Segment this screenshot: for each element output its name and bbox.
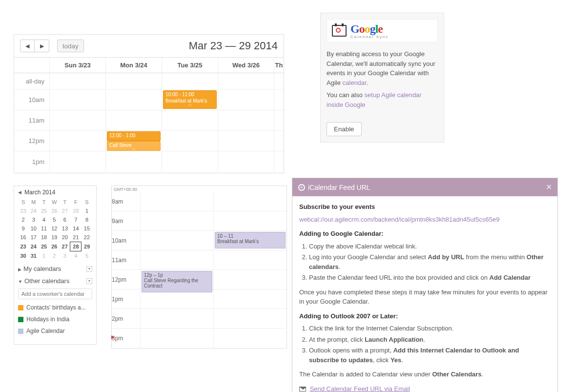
my-calendars-toggle[interactable]: ▶My calendars ▾: [18, 265, 92, 272]
week-cell[interactable]: [218, 73, 274, 89]
day[interactable]: 25: [39, 242, 49, 251]
day[interactable]: 28: [70, 206, 82, 215]
day[interactable]: 3: [28, 215, 39, 224]
week-cell[interactable]: [274, 73, 284, 89]
day[interactable]: 16: [18, 233, 28, 242]
day[interactable]: 1: [39, 251, 49, 261]
dropdown-icon[interactable]: ▾: [86, 266, 92, 272]
week-cell[interactable]: [274, 90, 284, 110]
week-cell[interactable]: [49, 110, 105, 130]
day[interactable]: 13: [60, 224, 70, 233]
week-cell[interactable]: [213, 250, 287, 269]
day[interactable]: 1: [82, 206, 92, 215]
event-call-steve[interactable]: 12:00 - 1:00: [107, 131, 161, 141]
week-cell[interactable]: [49, 73, 105, 89]
week-cell[interactable]: [105, 151, 162, 172]
week-cell[interactable]: [213, 192, 287, 211]
week-cell[interactable]: [105, 73, 162, 89]
day[interactable]: 23: [18, 242, 28, 251]
day[interactable]: 27: [60, 206, 70, 215]
week-cell[interactable]: [218, 90, 274, 110]
day[interactable]: 2: [18, 215, 28, 224]
resize-handle-icon[interactable]: ═: [109, 148, 158, 151]
week-cell[interactable]: [213, 329, 287, 348]
day[interactable]: 25: [39, 206, 49, 215]
day[interactable]: 24: [28, 206, 39, 215]
week-cell[interactable]: 12p – 1p Call Steve Regarding the Contra…: [140, 270, 213, 289]
week-cell[interactable]: [218, 110, 274, 130]
day[interactable]: 15: [82, 224, 92, 233]
dropdown-icon[interactable]: ▾: [86, 278, 92, 284]
day[interactable]: 2: [49, 251, 60, 261]
week-cell[interactable]: [49, 131, 105, 151]
week-cell[interactable]: [213, 289, 287, 309]
week-cell[interactable]: [49, 151, 105, 172]
day[interactable]: 8: [82, 215, 92, 224]
week-cell[interactable]: 10:00 - 11:00 Breakfast at Mark's ═: [162, 90, 218, 110]
event-breakfast[interactable]: 10:00 - 11:00 Breakfast at Mark's ═: [163, 90, 217, 109]
week-cell[interactable]: [140, 250, 213, 269]
day-today[interactable]: 28: [70, 242, 82, 251]
day[interactable]: 14: [70, 224, 82, 233]
week-cell[interactable]: [213, 270, 287, 289]
day[interactable]: 7: [70, 215, 82, 224]
week-cell[interactable]: [49, 90, 105, 110]
week-cell[interactable]: [105, 90, 162, 110]
week-cell[interactable]: [105, 110, 162, 130]
week-cell[interactable]: [213, 309, 287, 328]
day[interactable]: 26: [49, 206, 60, 215]
add-coworker-input[interactable]: [18, 289, 92, 299]
week-cell[interactable]: [140, 192, 213, 211]
day[interactable]: 20: [60, 233, 70, 242]
week-cell[interactable]: [218, 131, 274, 151]
day[interactable]: 18: [39, 233, 49, 242]
day[interactable]: 5: [82, 251, 92, 261]
day[interactable]: 10: [28, 224, 39, 233]
week-cell[interactable]: [140, 289, 213, 309]
day[interactable]: 27: [60, 242, 70, 251]
week-cell[interactable]: 10 – 11 Breakfast at Mark's: [213, 231, 287, 250]
event-call-steve-body[interactable]: Call Steve ═: [107, 141, 161, 151]
day[interactable]: 21: [70, 233, 82, 242]
day[interactable]: 22: [82, 233, 92, 242]
week-cell[interactable]: [162, 110, 218, 130]
webcal-url[interactable]: webcal://our.agilecrm.com/backend/ical/p…: [299, 215, 551, 225]
calendar-item[interactable]: Holidays in India: [18, 316, 92, 323]
week-cell[interactable]: [162, 131, 218, 151]
send-email-link[interactable]: Send Calendar Feed URL via Email: [310, 385, 410, 392]
event-breakfast[interactable]: 10 – 11 Breakfast at Mark's: [215, 232, 286, 248]
day[interactable]: 24: [28, 242, 39, 251]
resize-handle-icon[interactable]: ═: [165, 104, 214, 106]
day[interactable]: 4: [70, 251, 82, 261]
week-cell[interactable]: [218, 151, 274, 172]
day[interactable]: 11: [39, 224, 49, 233]
day[interactable]: 26: [49, 242, 60, 251]
other-calendars-toggle[interactable]: ▼Other calendars ▾: [18, 277, 92, 285]
calendar-item[interactable]: Contacts' birthdays a...: [18, 304, 92, 311]
day[interactable]: 6: [60, 215, 70, 224]
week-cell[interactable]: [162, 151, 218, 172]
day[interactable]: 12: [49, 224, 60, 233]
week-cell[interactable]: 12:00 - 1:00 Call Steve ═: [105, 131, 162, 151]
day[interactable]: 5: [49, 215, 60, 224]
chevron-left-icon[interactable]: ◀: [18, 190, 21, 195]
week-cell[interactable]: [140, 329, 213, 348]
day[interactable]: 31: [28, 251, 39, 261]
day[interactable]: 17: [28, 233, 39, 242]
today-button[interactable]: today: [57, 40, 84, 52]
week-cell[interactable]: [274, 110, 284, 130]
week-cell[interactable]: [140, 211, 213, 230]
close-icon[interactable]: ×: [546, 182, 552, 192]
calendar-item[interactable]: Agile Calendar: [18, 328, 92, 334]
week-cell[interactable]: [213, 211, 287, 230]
day[interactable]: 30: [18, 251, 28, 261]
day[interactable]: 29: [82, 242, 92, 251]
day[interactable]: 4: [39, 215, 49, 224]
week-cell[interactable]: [274, 131, 284, 151]
day[interactable]: 3: [60, 251, 70, 261]
enable-button[interactable]: Enable: [327, 122, 362, 136]
week-cell[interactable]: [140, 309, 213, 328]
day[interactable]: 19: [49, 233, 60, 242]
next-week-button[interactable]: ▶: [35, 40, 49, 52]
week-cell[interactable]: [162, 73, 218, 89]
